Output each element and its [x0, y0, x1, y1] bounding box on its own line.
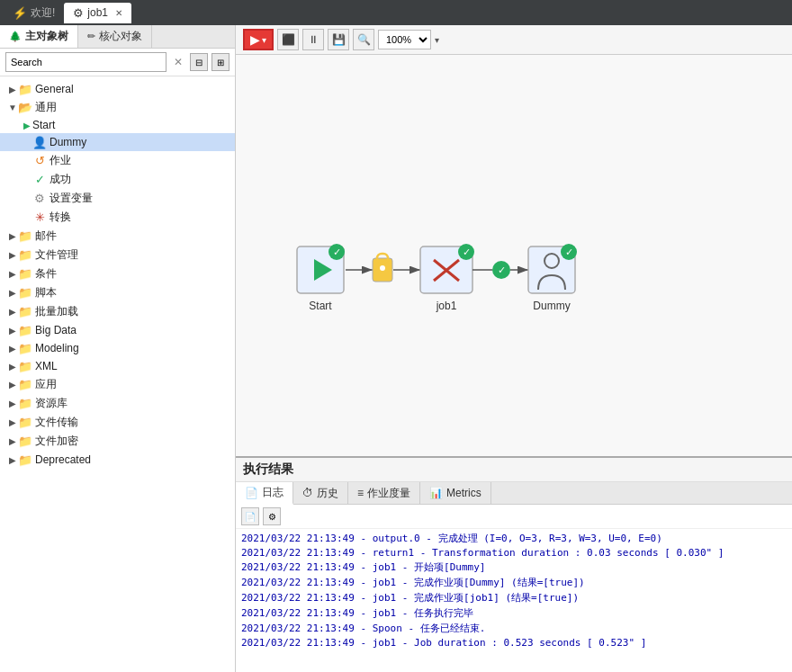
tree-item-modeling[interactable]: ▶ 📁 Modeling	[0, 339, 235, 357]
tree-label-xml: XML	[35, 360, 58, 372]
folder-icon-tiaojian: 📁	[18, 267, 32, 282]
log-settings-button[interactable]: ⚙	[263, 507, 281, 525]
folder-icon-general: 📁	[18, 82, 32, 96]
tree-item-youjian[interactable]: ▶ 📁 邮件	[0, 227, 235, 246]
dummy-icon: 👤	[32, 135, 47, 149]
folder-icon-bigdata: 📁	[18, 323, 32, 337]
tree-arrow-tongyong: ▼	[7, 103, 18, 112]
main-layout: 🌲 主对象树 ✏ 核心对象 ✕ ⊟ ⊞ ▶	[0, 25, 792, 672]
tree-label-tongyong: 通用	[35, 100, 57, 115]
bottom-tabs: 📄 日志 ⏱ 历史 ≡ 作业度量 📊 Metrics	[236, 482, 792, 505]
stop-button[interactable]: ⬛	[277, 29, 299, 50]
workload-tab-icon: ≡	[357, 487, 364, 499]
folder-icon-deprecated: 📁	[18, 452, 32, 467]
bottom-tab-workload-label: 作业度量	[367, 486, 410, 501]
tree-label-start: Start	[32, 119, 55, 131]
tree-item-zuoye[interactable]: ↺ 作业	[0, 151, 235, 170]
log-line-1: 2021/03/22 21:13:49 - return1 - Transfor…	[241, 546, 787, 560]
tree-item-deprecated[interactable]: ▶ 📁 Deprecated	[0, 451, 235, 469]
log-line-4: 2021/03/22 21:13:49 - job1 - 完成作业项[job1]…	[241, 590, 787, 605]
tree-item-bigdata[interactable]: ▶ 📁 Big Data	[0, 321, 235, 339]
run-dropdown-arrow: ▾	[262, 35, 266, 45]
bottom-panel: 执行结果 📄 日志 ⏱ 历史 ≡ 作业度量 📊	[236, 456, 792, 672]
svg-point-9	[380, 265, 385, 271]
log-line-6: 2021/03/22 21:13:49 - Spoon - 任务已经结束.	[241, 621, 787, 636]
tree-label-bigdata: Big Data	[35, 324, 76, 336]
bottom-tab-workload[interactable]: ≡ 作业度量	[348, 482, 420, 504]
tree-item-start[interactable]: ▶ Start	[0, 117, 235, 133]
var-icon: ⚙	[32, 192, 47, 206]
tab-welcome-label: 欢迎!	[31, 5, 55, 21]
tab-bar: ⚡ 欢迎! ⚙ job1 ✕	[0, 0, 792, 25]
panel-tab-main-tree[interactable]: 🌲 主对象树	[0, 25, 78, 48]
svg-text:Dummy: Dummy	[533, 300, 570, 312]
tree-arrow-yingyong: ▶	[7, 380, 18, 390]
folder-icon-xml: 📁	[18, 359, 32, 373]
clear-search-button[interactable]: ✕	[170, 54, 186, 70]
bottom-tab-metrics[interactable]: 📊 Metrics	[420, 482, 491, 504]
log-clear-button[interactable]: 📄	[241, 507, 259, 525]
tab-welcome[interactable]: ⚡ 欢迎!	[4, 2, 64, 24]
collapse-all-button[interactable]: ⊟	[190, 53, 208, 71]
tree-container[interactable]: ▶ 📁 General ▼ 📂 通用 ▶ Start	[0, 76, 235, 672]
tree-item-dummy[interactable]: 👤 Dummy	[0, 133, 235, 151]
preview-button[interactable]: 🔍	[353, 29, 374, 50]
tree-item-xml[interactable]: ▶ 📁 XML	[0, 357, 235, 375]
tree-label-chenggong: 成功	[50, 172, 71, 187]
folder-icon-youjian: 📁	[18, 229, 32, 244]
tree-item-tiaojian[interactable]: ▶ 📁 条件	[0, 264, 235, 283]
tab-job1-close[interactable]: ✕	[115, 8, 122, 18]
tree-arrow-wenjian2: ▶	[7, 417, 18, 427]
folder-icon-jiaoben: 📁	[18, 286, 32, 300]
tree-item-wenjian2[interactable]: ▶ 📁 文件传输	[0, 413, 235, 432]
bottom-tab-log-label: 日志	[262, 485, 284, 500]
tree-item-wenjian[interactable]: ▶ 📁 文件管理	[0, 246, 235, 264]
svg-text:job1: job1	[436, 300, 457, 312]
folder-icon-wenjian2: 📁	[18, 416, 32, 430]
tree-arrow-deprecated: ▶	[7, 455, 18, 465]
tree-label-wenjian2: 文件传输	[35, 415, 78, 430]
tree-item-jiaoben[interactable]: ▶ 📁 脚本	[0, 283, 235, 302]
panel-tabs: 🌲 主对象树 ✏ 核心对象	[0, 25, 235, 49]
tree-label-yingyong: 应用	[35, 377, 57, 392]
tree-item-general[interactable]: ▶ 📁 General	[0, 80, 235, 98]
tree-item-chenggong[interactable]: ✓ 成功	[0, 170, 235, 189]
panel-tab-core-obj-label: 核心对象	[99, 29, 142, 44]
tree-arrow-youjian: ▶	[7, 231, 18, 241]
tree-arrow-piliang: ▶	[7, 307, 18, 317]
tree-item-ziyuan[interactable]: ▶ 📁 资源库	[0, 394, 235, 413]
tree-item-jiami[interactable]: ▶ 📁 文件加密	[0, 432, 235, 451]
log-line-0: 2021/03/22 21:13:49 - output.0 - 完成处理 (I…	[241, 531, 787, 546]
bottom-tab-metrics-label: Metrics	[446, 487, 482, 499]
job1-icon: ⚙	[73, 6, 84, 20]
tree-label-ziyuan: 资源库	[35, 396, 68, 411]
tree-label-jiami: 文件加密	[35, 434, 78, 449]
bottom-tab-log[interactable]: 📄 日志	[236, 482, 293, 505]
canvas-area[interactable]: ✓ Start	[236, 55, 792, 456]
tree-item-tongyong[interactable]: ▼ 📂 通用	[0, 98, 235, 117]
bottom-tab-history[interactable]: ⏱ 历史	[293, 482, 348, 504]
tree-label-youjian: 邮件	[35, 228, 57, 244]
svg-text:✓: ✓	[463, 246, 471, 257]
folder-icon-wenjian: 📁	[18, 248, 32, 263]
app-container: ⚡ 欢迎! ⚙ job1 ✕ 🌲 主对象树 ✏ 核心对象	[0, 0, 792, 672]
tree-item-shezhivar[interactable]: ⚙ 设置变量	[0, 189, 235, 208]
tree-item-yingyong[interactable]: ▶ 📁 应用	[0, 375, 235, 394]
zoom-select[interactable]: 100% 50% 75% 125% 150% 200%	[378, 30, 431, 49]
zoom-dropdown-icon: ▾	[435, 35, 439, 45]
tab-job1[interactable]: ⚙ job1 ✕	[64, 3, 131, 23]
tree-label-tiaojian: 条件	[35, 266, 57, 282]
tab-job1-label: job1	[87, 6, 108, 19]
save-button[interactable]: 💾	[328, 29, 349, 50]
run-button[interactable]: ▶ ▾	[243, 29, 274, 50]
search-input[interactable]	[5, 52, 166, 72]
pause-button[interactable]: ⏸	[302, 29, 324, 50]
tree-item-zhuanhuan[interactable]: ✳ 转换	[0, 208, 235, 227]
tree-item-piliang[interactable]: ▶ 📁 批量加载	[0, 302, 235, 321]
play-icon: ▶	[250, 32, 260, 47]
log-container[interactable]: 2021/03/22 21:13:49 - output.0 - 完成处理 (I…	[236, 529, 792, 672]
expand-all-button[interactable]: ⊞	[212, 53, 230, 71]
folder-icon-jiami: 📁	[18, 435, 32, 449]
panel-tab-core-obj[interactable]: ✏ 核心对象	[78, 25, 152, 48]
tree-arrow-jiaoben: ▶	[7, 288, 18, 298]
